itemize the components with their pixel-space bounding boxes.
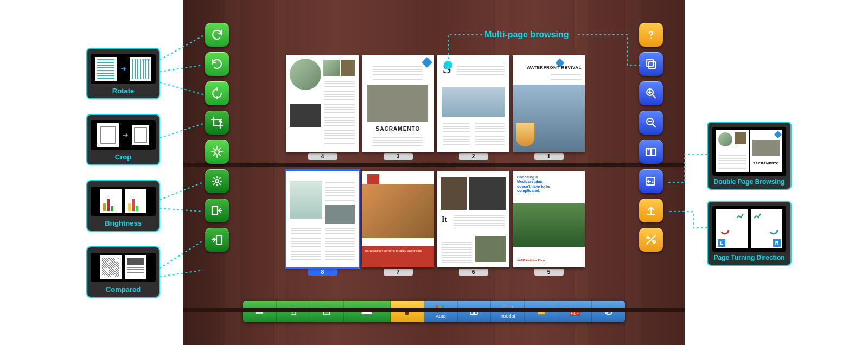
- compare-right-button[interactable]: [205, 228, 229, 252]
- page-number-badge: 8: [308, 269, 337, 276]
- rotate-180-button[interactable]: [205, 81, 229, 105]
- compare-left-button[interactable]: [205, 199, 229, 222]
- scan-button[interactable]: [344, 301, 391, 322]
- svg-rect-14: [436, 306, 438, 311]
- crop-callout: Crop: [86, 114, 160, 165]
- page-number-badge: 7: [384, 269, 413, 276]
- svg-rect-16: [442, 306, 444, 311]
- svg-rect-5: [649, 62, 655, 68]
- page-thumbnail[interactable]: It: [437, 171, 509, 267]
- page-thumbnail[interactable]: S: [437, 55, 509, 152]
- save-button[interactable]: [310, 301, 344, 322]
- crop-label: Crop: [91, 153, 156, 161]
- svg-text:R: R: [652, 180, 655, 184]
- brightness-label: Brightness: [91, 219, 156, 227]
- page-thumbnail[interactable]: [286, 171, 359, 267]
- crop-button[interactable]: [205, 111, 229, 135]
- double-page-callout: SACRAMENTO Double Page Browsing: [707, 122, 792, 190]
- page-turning-label: Page Turning Direction: [712, 254, 786, 261]
- export-button[interactable]: [639, 199, 663, 222]
- exit-button[interactable]: [277, 301, 310, 322]
- rotate-cw-button[interactable]: [205, 23, 229, 47]
- page-number-badge: 2: [459, 153, 488, 160]
- bottom-toolbar: Auto 400dpi SearchablePDF: [243, 301, 625, 322]
- auto-button[interactable]: Auto: [424, 301, 458, 322]
- svg-point-10: [648, 149, 649, 151]
- svg-point-1: [215, 180, 219, 183]
- page-thumbnail[interactable]: SACRAMENTO: [362, 55, 434, 152]
- svg-rect-9: [652, 148, 656, 156]
- svg-point-17: [475, 308, 478, 311]
- settings-button[interactable]: [639, 228, 663, 252]
- svg-rect-15: [439, 306, 442, 311]
- watermark-button[interactable]: [592, 301, 625, 322]
- flatbed-button[interactable]: [243, 301, 277, 322]
- compared-callout: Compared: [86, 246, 160, 298]
- svg-point-19: [721, 226, 729, 234]
- right-toolbar: R: [639, 23, 663, 252]
- searchable-pdf-button[interactable]: SearchablePDF: [558, 301, 592, 322]
- compared-label: Compared: [91, 285, 156, 293]
- page-number-badge: 3: [384, 153, 413, 160]
- page-thumbnail[interactable]: [286, 55, 359, 152]
- page-thumbnail[interactable]: Introducing Farmer's Medley dog treats: [362, 171, 434, 267]
- page-direction-button[interactable]: R: [639, 169, 663, 193]
- folder-button[interactable]: [525, 301, 558, 322]
- svg-point-13: [406, 308, 408, 310]
- help-button[interactable]: [639, 23, 663, 47]
- searchable-label: Searchable: [565, 307, 584, 311]
- left-toolbar: [205, 23, 229, 252]
- dpi-label: 400dpi: [500, 314, 515, 319]
- page-thumbnail[interactable]: Choosing a Medicare plan doesn't have to…: [513, 171, 585, 267]
- svg-point-20: [770, 226, 777, 234]
- rotate-ccw-button[interactable]: [205, 52, 229, 76]
- page-grid: 4 SACRAMENTO 3 S: [286, 55, 584, 286]
- app-window: R 4 SACRAMENTO: [183, 0, 685, 345]
- dpi-button[interactable]: 400dpi: [491, 301, 525, 322]
- delete-button[interactable]: [391, 301, 424, 322]
- svg-rect-3: [216, 235, 222, 244]
- page-number-badge: 6: [459, 269, 488, 276]
- svg-rect-2: [212, 206, 218, 215]
- pdf-label: PDF: [570, 311, 580, 316]
- double-page-button[interactable]: [639, 140, 663, 164]
- multi-page-button[interactable]: [639, 52, 663, 76]
- page-number-badge: 5: [534, 269, 564, 276]
- book-mode-button[interactable]: [458, 301, 492, 322]
- zoom-in-button[interactable]: [639, 81, 663, 105]
- page-number-badge: 4: [308, 153, 337, 160]
- page-turning-callout: L R Page Turning Direction: [707, 201, 792, 266]
- rotate-label: Rotate: [91, 87, 156, 95]
- auto-label: Auto: [436, 314, 446, 319]
- svg-rect-4: [647, 60, 653, 66]
- multipage-annotation: Multi-page browsing: [484, 30, 569, 40]
- page-thumbnail[interactable]: WATERFRONT REVIVAL: [513, 55, 585, 152]
- brightness-callout: Brightness: [86, 180, 160, 232]
- brightness-down-button[interactable]: [205, 169, 229, 193]
- brightness-up-button[interactable]: [205, 140, 229, 164]
- page-number-badge: 1: [534, 153, 564, 160]
- double-page-label: Double Page Browsing: [712, 178, 786, 186]
- rotate-callout: AAAA Rotate: [86, 48, 160, 99]
- zoom-out-button[interactable]: [639, 111, 663, 135]
- svg-point-0: [215, 150, 219, 154]
